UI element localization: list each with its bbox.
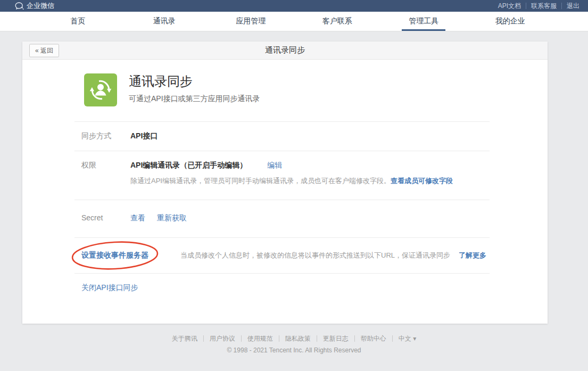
footer-links: 关于腾讯 用户协议 使用规范 隐私政策 更新日志 帮助中心 中文 ▾ (0, 335, 588, 342)
nav-tab-apps[interactable]: 应用管理 (208, 12, 294, 31)
app-title: 通讯录同步 (129, 73, 260, 89)
permission-description-text: 除通过API编辑通讯录，管理员可同时手动编辑通讯录，成员也可在客户端修改字段。 (130, 177, 391, 185)
topbar-link-contact-support[interactable]: 联系客服 (526, 3, 562, 9)
wechat-work-logo-icon (15, 2, 24, 10)
contacts-sync-icon (84, 73, 117, 106)
language-selector[interactable]: 中文 ▾ (393, 335, 422, 342)
nav-tab-home[interactable]: 首页 (35, 12, 121, 31)
secret-refresh-link[interactable]: 重新获取 (157, 213, 187, 222)
topbar-links: API文档 联系客服 退出 (493, 3, 582, 9)
permission-description: 除通过API编辑通讯录，管理员可同时手动编辑通讯录，成员也可在客户端修改字段。查… (130, 176, 453, 186)
sync-method-value: API接口 (130, 131, 158, 141)
nav-tab-contacts[interactable]: 通讯录 (121, 12, 208, 31)
row-secret: Secret 查看 重新获取 (74, 200, 490, 237)
main-nav: 首页 通讯录 应用管理 客户联系 管理工具 我的企业 (0, 12, 588, 31)
nav-tab-admin-tools[interactable]: 管理工具 (380, 12, 467, 31)
panel-title: 通讯录同步 (265, 45, 305, 55)
footer-link-usage-rules[interactable]: 使用规范 (242, 335, 279, 342)
copyright: © 1998 - 2021 Tencent Inc. All Rights Re… (0, 347, 588, 354)
row-permission: 权限 API编辑通讯录（已开启手动编辑） 编辑 除通过API编辑通讯录，管理员可… (74, 151, 490, 200)
topbar-link-api-docs[interactable]: API文档 (493, 3, 526, 9)
permission-label: 权限 (81, 161, 130, 186)
app-header-text: 通讯录同步 可通过API接口或第三方应用同步通讯录 (129, 73, 260, 106)
view-editable-fields-link[interactable]: 查看成员可修改字段 (391, 177, 453, 185)
footer-link-about-tencent[interactable]: 关于腾讯 (166, 335, 204, 342)
secret-label: Secret (81, 213, 130, 223)
settings-rows: 同步方式 API接口 权限 API编辑通讯录（已开启手动编辑） 编辑 除通过AP… (74, 121, 490, 324)
app-subtitle: 可通过API接口或第三方应用同步通讯录 (129, 94, 260, 104)
footer-link-changelog[interactable]: 更新日志 (317, 335, 355, 342)
secret-view-link[interactable]: 查看 (130, 213, 145, 222)
permission-value: API编辑通讯录（已开启手动编辑） (130, 161, 247, 170)
footer-link-help-center[interactable]: 帮助中心 (355, 335, 393, 342)
topbar-link-logout[interactable]: 退出 (562, 3, 582, 9)
close-api-sync-link[interactable]: 关闭API接口同步 (81, 283, 138, 293)
event-server-link-wrap: 设置接收事件服务器 (81, 251, 148, 260)
event-server-description: 当成员修改个人信息时，被修改的信息将以事件的形式推送到以下URL，保证通讯录同步 (180, 251, 450, 260)
sync-method-label: 同步方式 (81, 131, 130, 141)
row-event-server: 设置接收事件服务器 当成员修改个人信息时，被修改的信息将以事件的形式推送到以下U… (74, 237, 490, 273)
row-close-api: 关闭API接口同步 (74, 273, 490, 324)
permission-content: API编辑通讯录（已开启手动编辑） 编辑 除通过API编辑通讯录，管理员可同时手… (130, 161, 453, 186)
nav-tab-customers[interactable]: 客户联系 (294, 12, 381, 31)
row-sync-method: 同步方式 API接口 (74, 121, 490, 151)
panel-header: « 返回 通讯录同步 (22, 42, 548, 60)
brand-name: 企业微信 (27, 1, 54, 11)
set-event-server-link[interactable]: 设置接收事件服务器 (81, 251, 148, 259)
topbar: 企业微信 API文档 联系客服 退出 (0, 0, 588, 12)
contacts-sync-panel: « 返回 通讯录同步 通讯录同步 可通过API接口或第三方应用同步通讯录 同步方… (22, 42, 548, 324)
app-header: 通讯录同步 可通过API接口或第三方应用同步通讯录 (22, 60, 548, 121)
secret-actions: 查看 重新获取 (130, 213, 187, 223)
permission-edit-link[interactable]: 编辑 (267, 161, 282, 170)
back-button[interactable]: « 返回 (29, 44, 59, 57)
nav-tab-my-company[interactable]: 我的企业 (467, 12, 554, 31)
footer-link-privacy-policy[interactable]: 隐私政策 (279, 335, 317, 342)
footer: 关于腾讯 用户协议 使用规范 隐私政策 更新日志 帮助中心 中文 ▾ © 199… (0, 335, 588, 354)
learn-more-link[interactable]: 了解更多 (459, 251, 486, 260)
brand: 企业微信 (15, 1, 54, 11)
footer-link-user-agreement[interactable]: 用户协议 (204, 335, 242, 342)
